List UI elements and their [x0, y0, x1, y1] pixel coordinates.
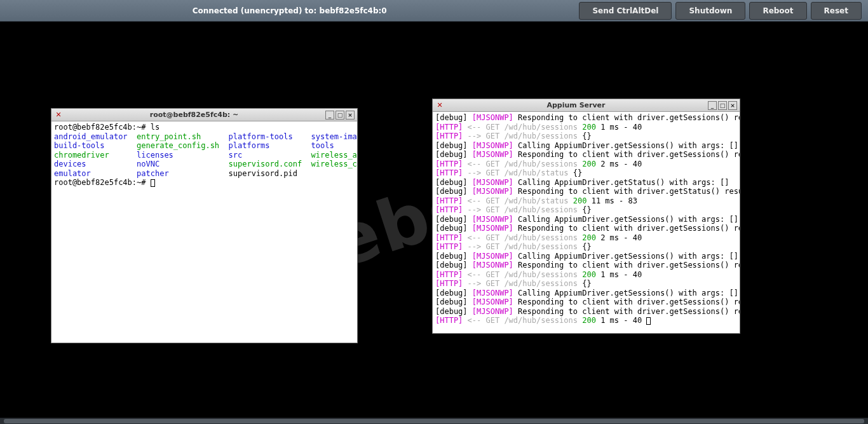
xterm-icon: ✕: [54, 111, 63, 120]
reboot-button[interactable]: Reboot: [749, 2, 806, 20]
maximize-button[interactable]: □: [718, 101, 727, 110]
send-ctrlaltdel-button[interactable]: Send CtrlAltDel: [579, 2, 672, 20]
horizontal-scrollbar[interactable]: [0, 418, 868, 424]
maximize-button[interactable]: □: [336, 111, 344, 120]
appium-title: Appium Server: [447, 101, 705, 109]
scrollbar-thumb[interactable]: [4, 419, 864, 423]
reset-button[interactable]: Reset: [811, 2, 862, 20]
shutdown-button[interactable]: Shutdown: [675, 2, 745, 20]
connection-status: Connected (unencrypted) to: bebf82e5fc4b…: [0, 6, 579, 15]
close-button[interactable]: ×: [728, 101, 737, 110]
close-button[interactable]: ×: [346, 111, 355, 120]
topbar-buttons: Send CtrlAltDel Shutdown Reboot Reset: [579, 2, 868, 20]
appium-window[interactable]: ✕ Appium Server _ □ × [debug] [MJSONWP] …: [432, 99, 740, 334]
minimize-button[interactable]: _: [325, 111, 334, 120]
terminal-window[interactable]: ✕ root@bebf82e5fc4b: ~ _ □ × root@bebf82…: [51, 108, 358, 343]
terminal-body[interactable]: root@bebf82e5fc4b:~# ls android_emulator…: [51, 121, 357, 343]
appium-titlebar[interactable]: ✕ Appium Server _ □ ×: [433, 99, 740, 112]
xterm-icon: ✕: [435, 101, 444, 110]
terminal-title: root@bebf82e5fc4b: ~: [65, 111, 323, 119]
terminal-titlebar[interactable]: ✕ root@bebf82e5fc4b: ~ _ □ ×: [51, 109, 357, 121]
vnc-topbar: Connected (unencrypted) to: bebf82e5fc4b…: [0, 0, 868, 22]
appium-body[interactable]: [debug] [MJSONWP] Responding to client w…: [433, 112, 740, 333]
minimize-button[interactable]: _: [708, 101, 717, 110]
